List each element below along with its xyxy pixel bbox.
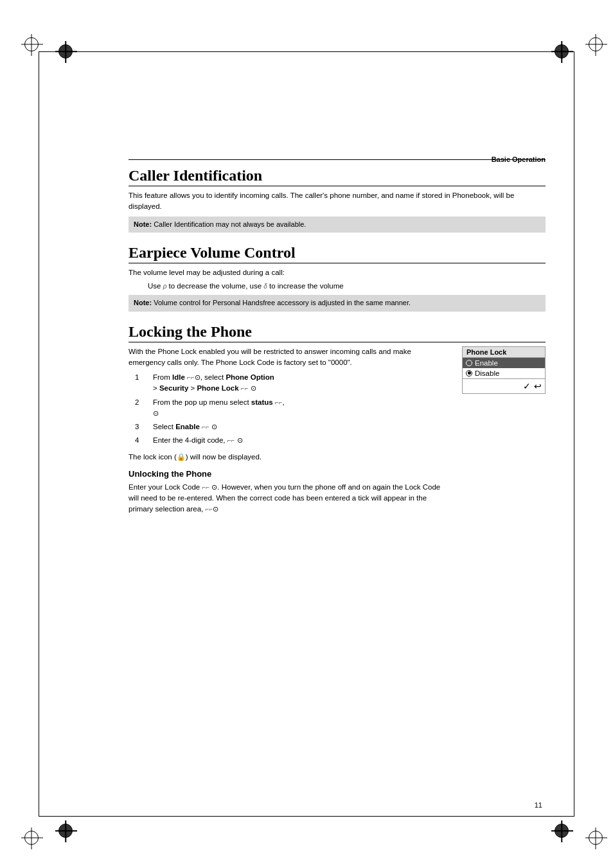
header-divider bbox=[129, 159, 546, 160]
earpiece-note: Note: Volume control for Personal Handsf… bbox=[129, 295, 546, 311]
lock-icon-text: The lock icon (🔒) will now be displayed. bbox=[129, 452, 449, 463]
main-content: Caller Identification This feature allow… bbox=[129, 167, 546, 531]
unlocking-body: Enter your Lock Code ⌐⌐ ⊙. However, when… bbox=[129, 482, 449, 515]
vol-up-icon: δ bbox=[263, 283, 267, 290]
earpiece-section: Earpiece Volume Control The volume level… bbox=[129, 244, 546, 312]
locking-text-col: With the Phone Lock enabled you will be … bbox=[129, 346, 449, 519]
menu-item-enable: Enable bbox=[463, 358, 545, 368]
step-4-content: Enter the 4-digit code, ⌐⌐ ⊙ bbox=[153, 435, 449, 446]
earpiece-note-label: Note: bbox=[134, 299, 152, 306]
phone-lock-menu: Phone Lock Enable Disable ✓ ↩ bbox=[462, 346, 546, 394]
step-4-num: 4 bbox=[135, 435, 153, 446]
step-1-num: 1 bbox=[135, 372, 153, 383]
locking-layout: With the Phone Lock enabled you will be … bbox=[129, 346, 546, 519]
note-label: Note: bbox=[134, 220, 152, 228]
header-section: Basic Operation bbox=[492, 153, 546, 164]
vol-down-icon: ρ bbox=[163, 283, 167, 290]
volume-line: Use ρ to decrease the volume, use δ to i… bbox=[148, 282, 546, 290]
step-3: 3 Select Enable ⌐⌐ ⊙ bbox=[135, 421, 449, 432]
step-2: 2 From the pop up menu select status ⌐⌐,… bbox=[135, 397, 449, 420]
page-number: 11 bbox=[535, 801, 542, 809]
step-2-num: 2 bbox=[135, 397, 153, 408]
earpiece-note-text: Volume control for Personal Handsfree ac… bbox=[154, 299, 411, 306]
step-1-content: From Idle ⌐⌐⊙, select Phone Option > Sec… bbox=[153, 372, 449, 394]
earpiece-body: The volume level may be adjusted during … bbox=[129, 267, 546, 278]
menu-back-button[interactable]: ↩ bbox=[534, 381, 542, 391]
caller-id-title: Caller Identification bbox=[129, 167, 546, 186]
locking-title: Locking the Phone bbox=[129, 323, 546, 342]
caller-id-section: Caller Identification This feature allow… bbox=[129, 167, 546, 233]
disable-radio bbox=[466, 370, 472, 376]
border-left bbox=[39, 51, 39, 817]
steps-list: 1 From Idle ⌐⌐⊙, select Phone Option > S… bbox=[135, 372, 449, 447]
caller-id-note-text: Caller Identification may not always be … bbox=[154, 220, 306, 228]
page: Basic Operation Caller Identification Th… bbox=[0, 0, 613, 868]
step-3-content: Select Enable ⌐⌐ ⊙ bbox=[153, 421, 449, 432]
disable-label: Disable bbox=[475, 369, 499, 377]
enable-label: Enable bbox=[475, 359, 498, 367]
unlocking-title: Unlocking the Phone bbox=[129, 469, 449, 479]
enable-radio bbox=[466, 360, 472, 366]
step-2-content: From the pop up menu select status ⌐⌐, ⊙ bbox=[153, 397, 449, 420]
locking-body: With the Phone Lock enabled you will be … bbox=[129, 346, 449, 369]
menu-container: Phone Lock Enable Disable ✓ ↩ bbox=[462, 346, 546, 394]
step-3-num: 3 bbox=[135, 421, 153, 432]
border-right bbox=[574, 51, 574, 817]
caller-id-body: This feature allows you to identify inco… bbox=[129, 190, 546, 213]
step-1: 1 From Idle ⌐⌐⊙, select Phone Option > S… bbox=[135, 372, 449, 394]
caller-id-note: Note: Caller Identification may not alwa… bbox=[129, 217, 546, 233]
border-bottom bbox=[39, 816, 574, 817]
menu-title: Phone Lock bbox=[463, 347, 545, 358]
locking-section: Locking the Phone With the Phone Lock en… bbox=[129, 323, 546, 519]
menu-ok-button[interactable]: ✓ bbox=[523, 381, 531, 391]
step-4: 4 Enter the 4-digit code, ⌐⌐ ⊙ bbox=[135, 435, 449, 446]
border-top bbox=[39, 51, 574, 52]
menu-footer: ✓ ↩ bbox=[463, 378, 545, 393]
menu-item-disable: Disable bbox=[463, 368, 545, 378]
earpiece-title: Earpiece Volume Control bbox=[129, 244, 546, 263]
